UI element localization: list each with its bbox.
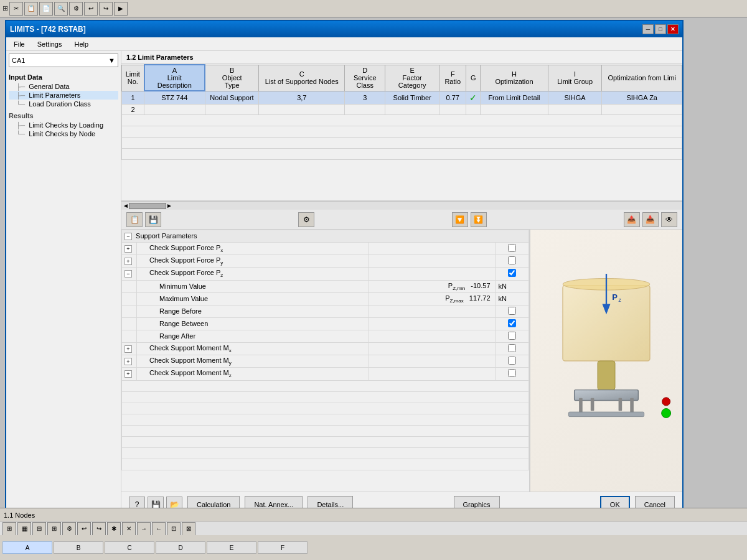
toolbar-btn-5[interactable]: ⚙ — [69, 2, 83, 16]
toolbar-btn-6[interactable]: ↩ — [84, 2, 98, 16]
toolbar-btn-2[interactable]: 📋 — [24, 2, 38, 16]
app-toolbar: ⊞ ✂ 📋 📄 🔍 ⚙ ↩ ↪ ▶ — [0, 0, 747, 17]
toolbar-icon-1: ⊞ — [2, 4, 8, 12]
toolbar-btn-3[interactable]: 📄 — [39, 2, 53, 16]
toolbar-btn-7[interactable]: ↪ — [99, 2, 113, 16]
toolbar-btn-1[interactable]: ✂ — [9, 2, 23, 16]
toolbar-btn-8[interactable]: ▶ — [114, 2, 128, 16]
toolbar-btn-4[interactable]: 🔍 — [54, 2, 68, 16]
